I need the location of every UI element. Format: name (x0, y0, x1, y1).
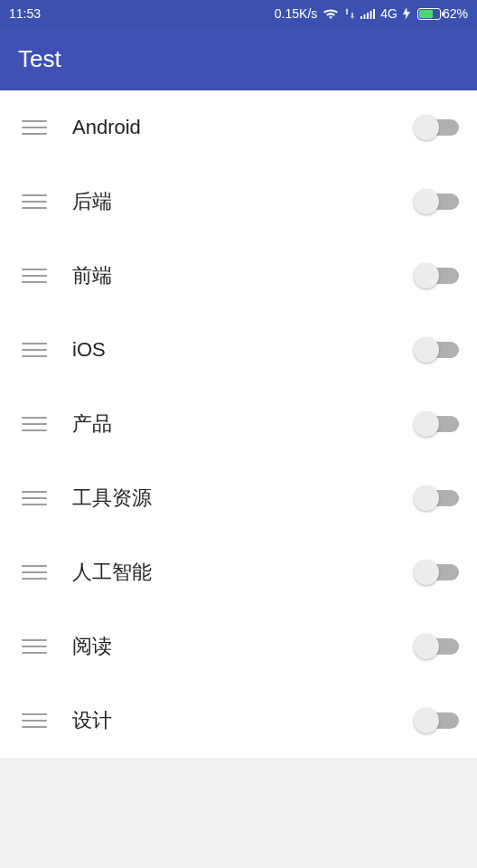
network-type: 4G (380, 6, 398, 21)
toggle-switch[interactable] (417, 193, 459, 210)
toggle-thumb (414, 708, 439, 733)
toggle-switch[interactable] (417, 490, 459, 506)
toggle-thumb (414, 560, 439, 585)
list-item[interactable]: 设计 (0, 684, 477, 758)
list-item-label: 前端 (72, 262, 417, 289)
toggle-thumb (414, 115, 439, 140)
drag-handle-icon[interactable] (22, 639, 47, 654)
drag-handle-icon[interactable] (22, 491, 47, 505)
list-item[interactable]: iOS (0, 313, 477, 387)
toggle-switch[interactable] (417, 564, 459, 580)
updown-icon (344, 7, 355, 20)
list-item[interactable]: 人工智能 (0, 535, 477, 609)
toggle-switch[interactable] (417, 712, 459, 729)
battery-indicator: 62% (416, 6, 468, 21)
drag-handle-icon[interactable] (22, 713, 47, 728)
status-bar: 11:53 0.15K/s 4G 62% (0, 0, 477, 27)
footer-space (0, 758, 477, 866)
charging-icon (403, 7, 410, 20)
network-speed: 0.15K/s (275, 6, 317, 21)
list-item[interactable]: 后端 (0, 165, 477, 239)
list-item-label: 阅读 (72, 633, 417, 660)
svg-rect-2 (367, 13, 369, 19)
list-item[interactable]: 前端 (0, 239, 477, 313)
toggle-thumb (414, 337, 439, 363)
list-item-label: 人工智能 (72, 559, 417, 586)
drag-handle-icon[interactable] (22, 417, 47, 431)
toggle-switch[interactable] (417, 268, 459, 284)
app-bar: Test (0, 27, 477, 90)
toggle-switch[interactable] (417, 638, 459, 655)
toggle-thumb (414, 189, 439, 214)
battery-percent: 62% (443, 6, 468, 21)
svg-rect-3 (370, 11, 372, 19)
list-item-label: Android (72, 116, 417, 139)
list-item-label: 产品 (72, 410, 417, 438)
toggle-thumb (414, 263, 439, 288)
svg-rect-1 (364, 14, 366, 19)
list-item[interactable]: 工具资源 (0, 461, 477, 535)
drag-handle-icon[interactable] (22, 269, 47, 283)
drag-handle-icon[interactable] (22, 565, 47, 580)
drag-handle-icon[interactable] (22, 120, 47, 135)
time-text: 11:53 (9, 6, 41, 21)
list-item-label: 后端 (72, 188, 417, 215)
list-container: Android后端前端iOS产品工具资源人工智能阅读设计 (0, 90, 477, 758)
battery-fill (419, 10, 433, 18)
svg-rect-0 (360, 16, 362, 19)
toggle-thumb (414, 411, 439, 437)
list-item[interactable]: 产品 (0, 387, 477, 461)
drag-handle-icon[interactable] (22, 343, 47, 357)
list-item[interactable]: Android (0, 90, 477, 165)
status-time: 11:53 (9, 6, 41, 21)
toggle-switch[interactable] (417, 416, 459, 432)
toggle-thumb (414, 486, 439, 511)
list-item-label: 工具资源 (72, 485, 417, 512)
toggle-thumb (414, 634, 439, 659)
signal-icon (360, 8, 375, 19)
status-indicators: 0.15K/s 4G 62% (275, 6, 468, 21)
toggle-switch[interactable] (417, 342, 459, 358)
toggle-switch[interactable] (417, 119, 459, 136)
list-item-label: iOS (72, 338, 417, 362)
list-item-label: 设计 (72, 707, 417, 734)
list-item[interactable]: 阅读 (0, 609, 477, 684)
battery-icon (417, 8, 441, 20)
page-title: Test (18, 45, 61, 73)
svg-rect-4 (373, 9, 375, 19)
drag-handle-icon[interactable] (22, 194, 47, 209)
wifi-icon (323, 7, 339, 20)
